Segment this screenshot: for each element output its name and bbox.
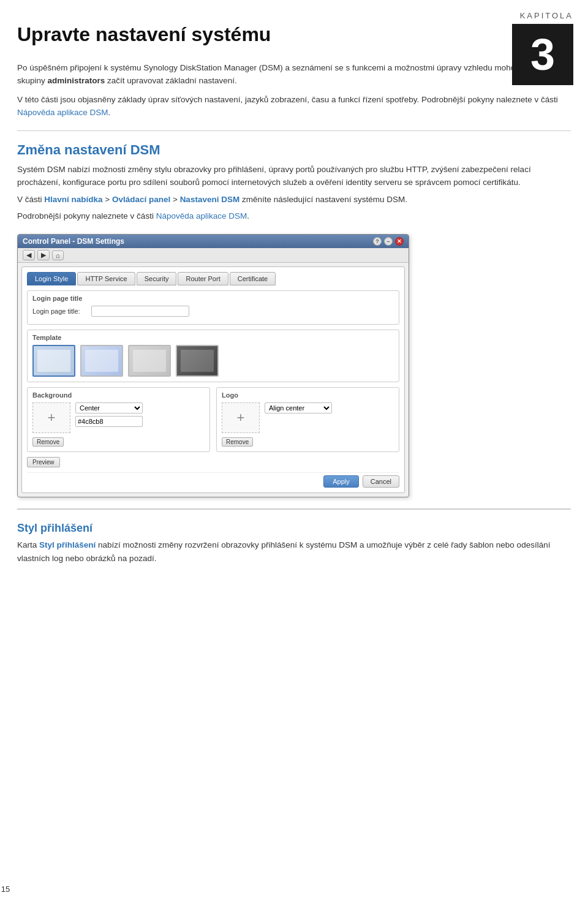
login-page-title-input[interactable]	[91, 306, 189, 317]
dsm-close-btn[interactable]: ✕	[395, 237, 404, 246]
styl-title: Styl přihlášení	[17, 522, 571, 535]
dsm-forward-btn[interactable]: ▶	[37, 250, 50, 260]
template-thumb-2[interactable]	[80, 345, 123, 377]
chapter-number: 3	[512, 24, 573, 85]
intro-link[interactable]: Nápověda aplikace DSM	[17, 108, 108, 117]
background-section: Background + Remove Center	[27, 387, 210, 457]
preview-btn[interactable]: Preview	[27, 457, 60, 467]
zmena-body2-prefix: V části	[17, 195, 44, 204]
logo-upload-btn[interactable]: +	[222, 402, 260, 433]
template-section-label: Template	[32, 334, 394, 341]
template-thumb-3[interactable]	[128, 345, 171, 377]
dsm-back-btn[interactable]: ◀	[23, 250, 35, 260]
dsm-help-btn[interactable]: ?	[373, 237, 382, 246]
zmena-link-hlavni[interactable]: Hlavní nabídka	[44, 195, 102, 204]
styl-body: Karta Styl přihlášení nabízí možnosti zm…	[17, 538, 571, 565]
dsm-min-btn[interactable]: –	[384, 237, 393, 246]
tab-login-style[interactable]: Login Style	[27, 272, 76, 285]
dsm-panel-content: Login Style HTTP Service Security Router…	[21, 266, 405, 493]
logo-align-row: Align center	[265, 402, 332, 413]
zmena-link-napoveda[interactable]: Nápověda aplikace DSM	[156, 211, 247, 221]
bg-position-select[interactable]: Center	[75, 402, 143, 413]
dsm-titlebar: Control Panel - DSM Settings ? – ✕	[18, 235, 409, 248]
logo-section: Logo + Remove Align center	[216, 387, 399, 457]
tab-http-service[interactable]: HTTP Service	[77, 272, 135, 285]
chapter-label: Kapitola	[453, 11, 573, 20]
login-title-section-label: Login page title	[32, 295, 394, 302]
background-upload-btn[interactable]: +	[32, 402, 70, 433]
template-section: Template	[27, 330, 399, 382]
dsm-home-btn[interactable]: ⌂	[52, 251, 64, 260]
section-divider	[17, 130, 571, 131]
login-title-section: Login page title Login page title:	[27, 290, 399, 325]
bg-center-row: Center	[75, 402, 143, 413]
logo-align-select[interactable]: Align center	[265, 402, 332, 413]
background-section-box: Background + Remove Center	[27, 387, 210, 452]
intro-bold: administrators	[48, 76, 105, 85]
dsm-window: Control Panel - DSM Settings ? – ✕ ◀ ▶ ⌂…	[17, 234, 409, 497]
zmena-body3: Podrobnější pokyny naleznete v části Náp…	[17, 209, 571, 223]
bg-color-input[interactable]	[75, 416, 143, 427]
logo-remove-btn[interactable]: Remove	[222, 437, 253, 447]
intro-paragraph2: V této části jsou objasněny základy úpra…	[17, 94, 571, 119]
zmena-body2-suffix: změníte následující nastavení systému DS…	[239, 195, 407, 204]
login-title-row: Login page title:	[32, 306, 394, 317]
dsm-nav: ◀ ▶ ⌂	[18, 248, 409, 263]
zmena-body1: Systém DSM nabízí možnosti změny stylu o…	[17, 163, 571, 189]
dsm-window-title: Control Panel - DSM Settings	[23, 237, 124, 246]
section-zmena-title: Změna nastavení DSM	[17, 142, 571, 158]
page-number: 15	[0, 882, 11, 894]
logo-section-box: Logo + Remove Align center	[216, 387, 399, 452]
logo-section-label: Logo	[222, 391, 394, 399]
apply-btn[interactable]: Apply	[323, 475, 359, 488]
dsm-footer: Apply Cancel	[27, 472, 399, 488]
zmena-link-nastaveni[interactable]: Nastaveni DSM	[180, 195, 240, 204]
chapter-header: Kapitola 3	[453, 0, 588, 85]
zmena-link-ovladaci[interactable]: Ovládací panel	[112, 195, 170, 204]
template-thumb-4[interactable]	[176, 345, 219, 377]
dsm-tabs: Login Style HTTP Service Security Router…	[27, 272, 399, 285]
background-remove-btn[interactable]: Remove	[32, 437, 64, 447]
tab-security[interactable]: Security	[137, 272, 177, 285]
styl-divider	[17, 508, 571, 510]
zmena-body3-prefix: Podrobnější pokyny naleznete v části	[17, 211, 156, 221]
cancel-btn[interactable]: Cancel	[363, 475, 399, 488]
template-grid	[32, 345, 394, 377]
zmena-body2: V části Hlavní nabídka > Ovládací panel …	[17, 193, 571, 206]
zmena-body2-mid1: >	[103, 195, 112, 204]
dsm-titlebar-controls: ? – ✕	[373, 237, 404, 246]
background-section-label: Background	[32, 391, 205, 399]
template-thumb-1[interactable]	[32, 345, 75, 377]
tab-router-port[interactable]: Router Port	[178, 272, 228, 285]
login-page-title-label: Login page title:	[32, 308, 88, 315]
tab-certificate[interactable]: Certificate	[230, 272, 276, 285]
bg-logo-row: Background + Remove Center	[27, 387, 399, 457]
zmena-body3-suffix: .	[247, 211, 249, 221]
bg-color-row	[75, 416, 143, 427]
zmena-body2-mid2: >	[170, 195, 179, 204]
styl-link[interactable]: Styl přihlášení	[39, 540, 96, 549]
